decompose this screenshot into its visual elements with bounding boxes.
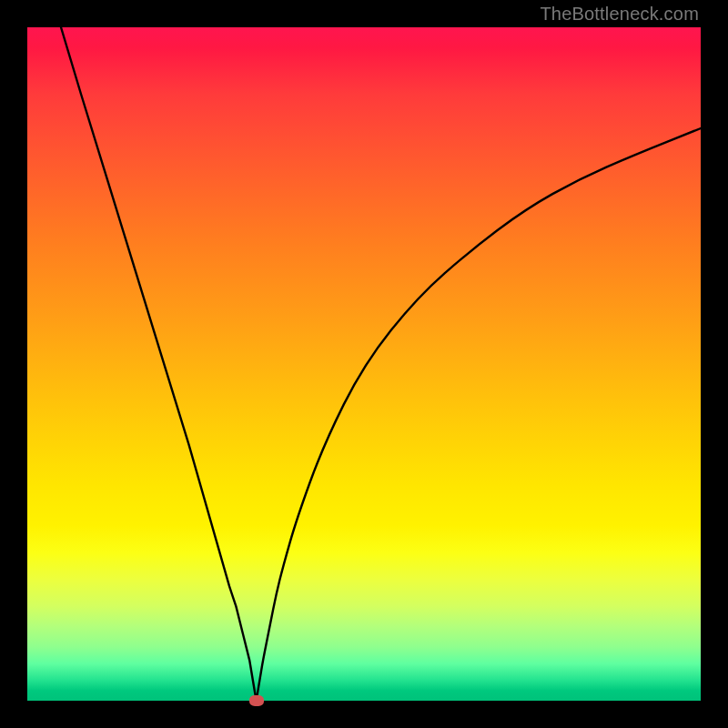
sweet-spot-marker <box>249 695 264 706</box>
chart-frame: TheBottleneck.com <box>0 0 728 728</box>
watermark-text: TheBottleneck.com <box>540 4 699 25</box>
bottleneck-curve <box>27 27 701 701</box>
curve-path <box>61 27 701 701</box>
